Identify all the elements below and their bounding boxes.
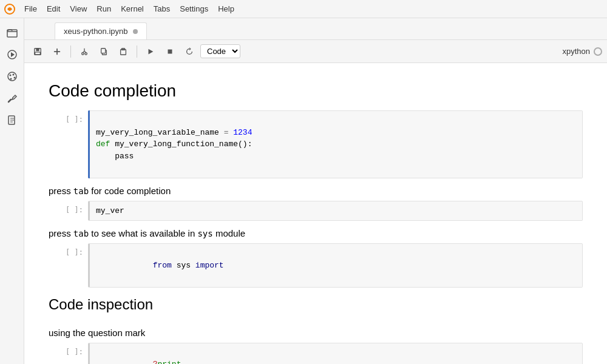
cell1-num: 1234 bbox=[233, 128, 252, 137]
cell-4-wrapper: [ ]: ?print bbox=[49, 343, 583, 365]
cut-button[interactable] bbox=[76, 43, 93, 60]
svg-rect-18 bbox=[168, 49, 172, 53]
toolbar: Code xpython bbox=[24, 40, 607, 63]
cell-1-wrapper: [ ]: my_very_long_variable_name = 1234 d… bbox=[49, 110, 583, 178]
run-button[interactable] bbox=[142, 43, 159, 60]
svg-rect-10 bbox=[36, 48, 39, 50]
sidebar-icon-run[interactable] bbox=[2, 45, 22, 64]
toolbar-separator-1 bbox=[70, 46, 71, 58]
add-cell-button[interactable] bbox=[49, 43, 66, 60]
cell3-import: import bbox=[195, 261, 224, 270]
svg-point-5 bbox=[12, 74, 14, 76]
svg-rect-11 bbox=[35, 52, 41, 54]
cell-type-select[interactable]: Code bbox=[200, 44, 240, 58]
text-question-mark: using the question mark bbox=[49, 323, 583, 343]
text-tab-completion: press tab for code completion bbox=[49, 181, 583, 201]
menu-tabs[interactable]: Tabs bbox=[149, 3, 175, 15]
cell-3-prompt: [ ]: bbox=[49, 243, 88, 257]
paste-button[interactable] bbox=[115, 43, 132, 60]
cell1-var: my_very_long_variable_name bbox=[96, 128, 219, 137]
stop-button[interactable] bbox=[161, 43, 178, 60]
sidebar-icon-palette[interactable] bbox=[2, 67, 22, 86]
cell1-def: def bbox=[96, 140, 115, 149]
svg-point-3 bbox=[8, 72, 16, 81]
cell-3-wrapper: [ ]: from sys import bbox=[49, 243, 583, 288]
tab-modified-dot bbox=[133, 29, 138, 34]
app-layout: xeus-python.ipynb bbox=[0, 18, 607, 364]
sidebar-icon-tools[interactable] bbox=[2, 89, 22, 108]
cell-2-wrapper: [ ]: my_ver bbox=[49, 201, 583, 221]
menu-edit[interactable]: Edit bbox=[42, 3, 65, 15]
code-completion-heading: Code completion bbox=[49, 75, 583, 110]
menu-view[interactable]: View bbox=[65, 3, 92, 15]
copy-button[interactable] bbox=[95, 43, 112, 60]
cell-2-prompt: [ ]: bbox=[49, 201, 88, 214]
text2-after: module bbox=[213, 228, 245, 238]
menubar: File Edit View Run Kernel Tabs Settings … bbox=[0, 0, 607, 18]
text1-after: for code completion bbox=[89, 186, 171, 196]
kernel-status-indicator bbox=[594, 47, 602, 56]
menu-help[interactable]: Help bbox=[213, 3, 239, 15]
cell-1-prompt: [ ]: bbox=[49, 110, 88, 124]
menu-file[interactable]: File bbox=[19, 3, 42, 15]
cell4-fn: print bbox=[157, 360, 181, 364]
text1-before: press bbox=[49, 186, 73, 196]
cell-1-input[interactable]: my_very_long_variable_name = 1234 def my… bbox=[88, 110, 583, 178]
cell1-fn: my_very_long_function_name bbox=[115, 140, 238, 149]
cell1-paren: (): bbox=[238, 140, 252, 149]
svg-point-13 bbox=[85, 52, 87, 55]
text2-middle: to see what is available in bbox=[89, 228, 197, 238]
cell3-sys: sys bbox=[172, 261, 195, 270]
notebook-tab[interactable]: xeus-python.ipynb bbox=[55, 22, 147, 39]
svg-point-4 bbox=[9, 75, 11, 76]
tab-title: xeus-python.ipynb bbox=[64, 27, 128, 36]
sidebar-icon-folder[interactable] bbox=[2, 23, 22, 42]
svg-point-6 bbox=[13, 77, 15, 79]
text-sys-module: press tab to see what is available in sy… bbox=[49, 223, 583, 243]
kernel-area: xpython bbox=[562, 47, 602, 56]
app-logo bbox=[2, 2, 17, 16]
cell-2-input[interactable]: my_ver bbox=[88, 201, 583, 221]
restart-button[interactable] bbox=[181, 43, 198, 60]
code-inspection-heading: Code inspection bbox=[49, 290, 583, 323]
cell3-from: from bbox=[153, 261, 172, 270]
cell-3-input[interactable]: from sys import bbox=[88, 243, 583, 288]
cell1-pass: pass bbox=[96, 152, 134, 161]
tab-bar: xeus-python.ipynb bbox=[24, 18, 607, 40]
cell-4-prompt: [ ]: bbox=[49, 343, 88, 356]
text1-tab: tab bbox=[73, 186, 89, 196]
cell2-code: my_ver bbox=[96, 206, 124, 215]
menu-run[interactable]: Run bbox=[92, 3, 116, 15]
menu-kernel[interactable]: Kernel bbox=[116, 3, 149, 15]
svg-rect-15 bbox=[101, 48, 106, 53]
svg-point-12 bbox=[82, 52, 84, 55]
text2-before: press bbox=[49, 228, 73, 238]
save-button[interactable] bbox=[29, 43, 46, 60]
cell1-eq: = bbox=[219, 128, 233, 137]
notebook-content: Code completion [ ]: my_very_long_variab… bbox=[24, 63, 607, 364]
cell-4-input[interactable]: ?print bbox=[88, 343, 583, 365]
text2-sys: sys bbox=[197, 229, 212, 238]
sidebar bbox=[0, 18, 24, 364]
text2-tab: tab bbox=[73, 229, 89, 238]
svg-point-7 bbox=[10, 78, 12, 80]
kernel-name-label: xpython bbox=[562, 47, 590, 56]
sidebar-icon-files[interactable] bbox=[2, 110, 22, 130]
toolbar-separator-2 bbox=[137, 46, 137, 58]
menu-settings[interactable]: Settings bbox=[175, 3, 213, 15]
